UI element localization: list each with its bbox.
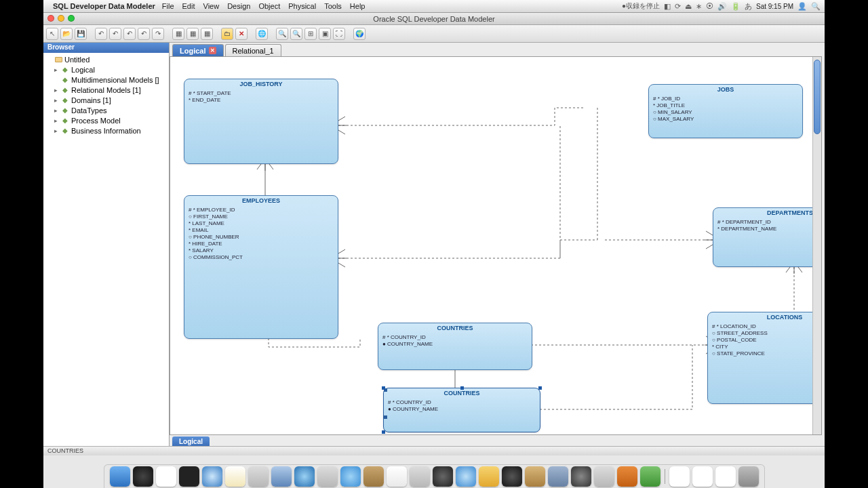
disclosure-icon[interactable]: ▸ — [53, 97, 59, 104]
tree-item[interactable]: ▸◆Process Model — [43, 115, 169, 125]
zoom-region-icon[interactable]: ▣ — [319, 28, 331, 40]
disclosure-icon[interactable]: ▸ — [53, 127, 59, 134]
clock[interactable]: Sat 9:15 PM — [756, 3, 793, 10]
nav-back3-icon[interactable]: ↶ — [123, 28, 136, 40]
menu-file[interactable]: File — [162, 2, 174, 10]
zoom-in-icon[interactable]: 🔍 — [276, 28, 288, 40]
footer-tab-logical[interactable]: Logical — [172, 436, 210, 446]
pointer-tool-icon[interactable]: ↖ — [46, 28, 58, 40]
save-icon[interactable]: 💾 — [75, 28, 87, 40]
scrollbar-thumb[interactable] — [814, 60, 821, 134]
selection-handle[interactable] — [460, 386, 464, 390]
layout1-icon[interactable]: ▦ — [172, 28, 184, 40]
dock-expose-icon[interactable] — [548, 466, 568, 487]
tree-item[interactable]: ▸◆Logical — [43, 64, 169, 75]
dock-preview-icon[interactable] — [271, 466, 292, 487]
dock-itunes-icon[interactable] — [456, 466, 476, 487]
nav-fwd-icon[interactable]: ↷ — [152, 28, 164, 40]
window-minimize-button[interactable] — [58, 15, 64, 22]
dock-x11-icon[interactable] — [156, 466, 176, 487]
disclosure-icon[interactable]: ▸ — [53, 87, 59, 94]
sys-bt-icon[interactable]: ∗ — [696, 2, 702, 11]
menu-edit[interactable]: Edit — [182, 2, 195, 10]
menu-tools[interactable]: Tools — [324, 2, 342, 10]
dock-terminal-icon[interactable] — [179, 466, 199, 487]
menu-help[interactable]: Help — [350, 2, 366, 10]
delete-icon[interactable]: ✕ — [235, 28, 248, 40]
sys-lang-icon[interactable]: あ — [745, 1, 752, 12]
entity-departments[interactable]: DEPARTMENTS # * DEPARTMENT_ID * DEPARTME… — [713, 207, 822, 267]
tab-logical[interactable]: Logical✕ — [172, 44, 224, 56]
dock-app4-icon[interactable] — [617, 466, 637, 487]
dock-sysprefs-icon[interactable] — [594, 466, 614, 487]
sys-user-icon[interactable]: 👤 — [797, 2, 807, 11]
dock-trash-icon[interactable] — [738, 466, 759, 487]
web-icon[interactable]: 🌍 — [353, 28, 366, 40]
selection-handle[interactable] — [538, 386, 542, 390]
layout2-icon[interactable]: ▦ — [186, 28, 199, 40]
world-icon[interactable]: 🌐 — [256, 28, 268, 40]
diagram-canvas[interactable]: JOB_HISTORY # * START_DATE * END_DATE JO… — [170, 56, 822, 435]
selection-handle[interactable] — [382, 386, 385, 390]
dock-quicktime-icon[interactable] — [294, 466, 315, 487]
entity-locations[interactable]: LOCATIONS # * LOCATION_ID ○ STREET_ADDRE… — [707, 312, 822, 404]
app-name[interactable]: SQL Developer Data Modeler — [53, 2, 155, 10]
dock-iweb-icon[interactable] — [502, 466, 522, 487]
entity-job-history[interactable]: JOB_HISTORY # * START_DATE * END_DATE — [184, 79, 338, 164]
recording-indicator[interactable]: ●収録を停止 — [622, 1, 660, 11]
dock-app3-icon[interactable] — [571, 466, 591, 487]
entity-countries-2[interactable]: COUNTRIES # * COUNTRY_ID ● COUNTRY_NAME — [383, 388, 540, 432]
spotlight-icon[interactable]: 🔍 — [811, 2, 821, 11]
nav-back4-icon[interactable]: ↶ — [138, 28, 150, 40]
menu-design[interactable]: Design — [227, 2, 250, 10]
dock-ichat-icon[interactable] — [340, 466, 361, 487]
selection-handle[interactable] — [382, 430, 385, 434]
entity-employees[interactable]: EMPLOYEES # * EMPLOYEE_ID ○ FIRST_NAME *… — [184, 195, 338, 339]
dock-ical-icon[interactable] — [387, 466, 407, 487]
dock-dashboard-icon[interactable] — [133, 466, 153, 487]
disclosure-icon[interactable]: ▸ — [53, 107, 59, 114]
dock-app2-icon[interactable] — [410, 466, 430, 487]
entity-jobs[interactable]: JOBS # * JOB_ID * JOB_TITLE ○ MIN_SALARY… — [648, 84, 803, 138]
tab-close-icon[interactable]: ✕ — [209, 47, 216, 54]
window-close-button[interactable] — [47, 15, 54, 22]
vertical-scrollbar[interactable] — [812, 57, 821, 434]
tab-relational[interactable]: Relational_1 — [225, 44, 281, 56]
dock-app1-icon[interactable] — [317, 466, 338, 487]
sys-wifi-icon[interactable]: ⦿ — [706, 2, 713, 10]
nav-back-icon[interactable]: ↶ — [95, 28, 107, 40]
tree-item[interactable]: ▸◆Relational Models [1] — [43, 85, 169, 95]
dock-notes-icon[interactable] — [225, 466, 245, 487]
dock-doc1-icon[interactable] — [669, 466, 690, 487]
dock-addressbook-icon[interactable] — [363, 466, 384, 487]
zoom-fit-icon[interactable]: ⊞ — [304, 28, 317, 40]
menu-physical[interactable]: Physical — [288, 2, 316, 10]
dock-app5-icon[interactable] — [640, 466, 660, 487]
sys-icon[interactable]: ◧ — [664, 2, 671, 11]
tree-item[interactable]: ◆Multidimensional Models [] — [43, 75, 169, 85]
window-zoom-button[interactable] — [68, 15, 75, 22]
sys-volume-icon[interactable]: 🔊 — [717, 2, 727, 11]
tree-item[interactable]: ▸◆DataTypes — [43, 105, 169, 115]
dock-draw-icon[interactable] — [248, 466, 269, 487]
browser-tree[interactable]: Untitled ▸◆Logical ◆Multidimensional Mod… — [43, 53, 169, 446]
zoom-full-icon[interactable]: ⛶ — [333, 28, 345, 40]
open-icon[interactable]: 📂 — [60, 28, 73, 40]
dock-safari-icon[interactable] — [202, 466, 222, 487]
dock-garageband-icon[interactable] — [525, 466, 545, 487]
layout3-icon[interactable]: ▦ — [201, 28, 213, 40]
tree-item[interactable]: Untitled — [43, 54, 169, 64]
menu-view[interactable]: View — [203, 2, 220, 10]
new-folder-icon[interactable]: 🗀 — [221, 28, 233, 40]
tree-item[interactable]: ▸◆Business Information — [43, 125, 169, 136]
entity-countries-1[interactable]: COUNTRIES # * COUNTRY_ID ● COUNTRY_NAME — [378, 323, 532, 370]
sys-battery-icon[interactable]: 🔋 — [731, 2, 741, 11]
tree-item[interactable]: ▸◆Domains [1] — [43, 95, 169, 105]
dock-finder-icon[interactable] — [110, 466, 130, 487]
menu-object[interactable]: Object — [258, 2, 280, 10]
dock-iphoto-icon[interactable] — [479, 466, 499, 487]
sys-sync-icon[interactable]: ⟳ — [675, 2, 681, 11]
dock-imovie-icon[interactable] — [433, 466, 453, 487]
disclosure-icon[interactable]: ▸ — [53, 117, 59, 124]
nav-back2-icon[interactable]: ↶ — [109, 28, 121, 40]
